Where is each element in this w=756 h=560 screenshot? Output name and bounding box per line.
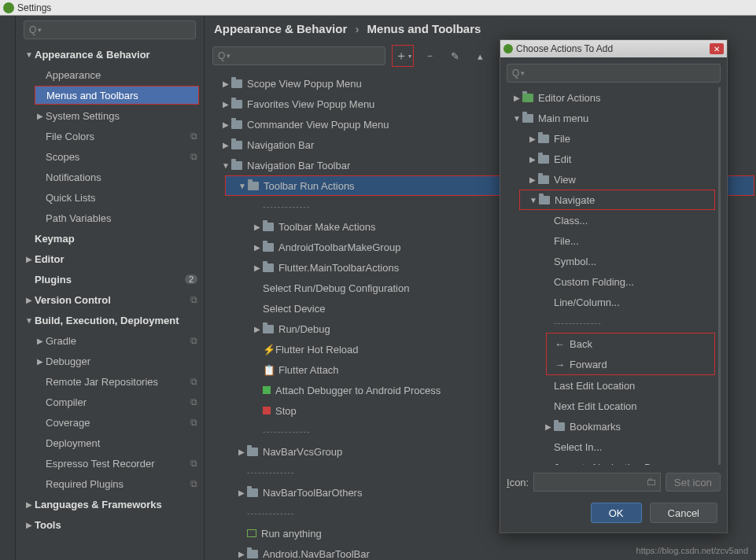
app-icon	[3, 2, 14, 13]
watermark: https://blog.csdn.net/zcv5and	[636, 546, 748, 555]
tree-forward[interactable]: →Forward	[547, 354, 714, 374]
chevron-down-icon: ▼	[511, 114, 522, 123]
copy-icon: ⧉	[190, 478, 197, 489]
edit-button[interactable]: ✎	[445, 46, 464, 65]
tree-required-plugins[interactable]: Required Plugins⧉	[16, 473, 204, 494]
content-search-input[interactable]	[230, 50, 380, 61]
tree-scopes[interactable]: Scopes⧉	[16, 146, 204, 167]
tree-action[interactable]: Last Edit Location	[507, 375, 717, 396]
chevron-down-icon: ▼	[528, 196, 539, 204]
settings-sidebar: Q▾ ▼Appearance & Behavior Appearance Men…	[16, 16, 205, 560]
lightning-icon: ⚡	[263, 344, 275, 356]
tree-action[interactable]: File...	[507, 230, 717, 251]
folder-icon	[231, 100, 242, 109]
tree-debugger[interactable]: ▶Debugger	[16, 351, 204, 371]
tree-path-variables[interactable]: Path Variables	[16, 208, 204, 228]
chevron-right-icon: ▶	[527, 134, 538, 143]
tree-compiler[interactable]: Compiler⧉	[16, 392, 204, 412]
icon-path-input[interactable]	[533, 473, 661, 492]
tree-keymap[interactable]: Keymap	[16, 228, 204, 249]
tree-navigate[interactable]: ▼Navigate	[519, 190, 715, 210]
content-search[interactable]: Q▾	[212, 46, 385, 65]
tree-bookmarks[interactable]: ▶Bookmarks	[507, 416, 717, 437]
chevron-right-icon: ▶	[24, 255, 35, 263]
chevron-down-icon: ▼	[220, 161, 231, 170]
tree-main-menu[interactable]: ▼Main menu	[507, 108, 717, 128]
icon-label: Icon:	[507, 477, 529, 488]
tree-deployment[interactable]: Deployment	[16, 433, 204, 453]
tree-coverage[interactable]: Coverage⧉	[16, 412, 204, 433]
tree-remote-jar[interactable]: Remote Jar Repositories⧉	[16, 371, 204, 392]
sidebar-search-input[interactable]	[42, 24, 190, 35]
tree-espresso[interactable]: Espresso Test Recorder⧉	[16, 453, 204, 473]
tree-editor[interactable]: ▶Editor	[16, 249, 204, 269]
tree-file-colors[interactable]: File Colors⧉	[16, 126, 204, 146]
copy-icon: ⧉	[190, 131, 197, 142]
chevron-right-icon: ▶	[35, 337, 46, 345]
tree-quick-lists[interactable]: Quick Lists	[16, 187, 204, 208]
move-up-button[interactable]: ▴	[470, 46, 489, 65]
arrow-right-icon: →	[555, 359, 565, 370]
actions-tree: ▶Editor Actions ▼Main menu ▶File ▶Edit ▶…	[507, 87, 721, 465]
dialog-titlebar[interactable]: Choose Actions To Add ✕	[500, 40, 727, 57]
sidebar-search[interactable]: Q▾	[24, 20, 196, 39]
breadcrumb-current: Menus and Toolbars	[367, 22, 481, 35]
tree-tools[interactable]: ▶Tools	[16, 514, 204, 535]
app-icon	[503, 44, 513, 53]
stop-icon	[263, 407, 271, 414]
settings-tree: ▼Appearance & Behavior Appearance Menus …	[16, 44, 204, 560]
tree-menus-toolbars[interactable]: Menus and Toolbars	[35, 86, 199, 105]
close-button[interactable]: ✕	[710, 43, 724, 54]
tree-system-settings[interactable]: ▶System Settings	[16, 105, 204, 126]
left-gutter	[0, 16, 16, 560]
tree-version-control[interactable]: ▶Version Control⧉	[16, 289, 204, 310]
dialog-buttons: OK Cancel	[507, 496, 721, 526]
tree-action[interactable]: Next Edit Location	[507, 396, 717, 416]
add-button[interactable]: ＋▾	[392, 45, 414, 67]
tree-build[interactable]: ▼Build, Execution, Deployment	[16, 310, 204, 330]
folder-icon	[522, 94, 533, 102]
folder-icon	[263, 325, 274, 333]
tree-editor-actions[interactable]: ▶Editor Actions	[507, 87, 717, 108]
tree-edit[interactable]: ▶Edit	[507, 149, 717, 169]
folder-icon	[539, 196, 550, 204]
tree-file[interactable]: ▶File	[507, 128, 717, 149]
tree-action[interactable]: Custom Folding...	[507, 271, 717, 292]
chevron-right-icon: ▶	[236, 488, 247, 497]
copy-icon: ⧉	[190, 458, 197, 469]
tree-appearance-behavior[interactable]: ▼Appearance & Behavior	[16, 44, 204, 64]
chevron-right-icon: ▶	[24, 296, 35, 304]
chevron-right-icon: ▶	[35, 357, 46, 366]
set-icon-button[interactable]: Set icon	[666, 473, 721, 492]
search-icon: Q	[512, 68, 519, 79]
plus-icon: ＋	[395, 48, 408, 64]
chevron-right-icon: ▶	[236, 550, 247, 558]
tree-action[interactable]: Jump to Navigation Bar	[507, 457, 717, 465]
tree-plugins[interactable]: Plugins2	[16, 269, 204, 289]
tree-view[interactable]: ▶View	[507, 169, 717, 190]
ok-button[interactable]: OK	[591, 503, 642, 523]
dialog-title: Choose Actions To Add	[516, 43, 613, 54]
cancel-button[interactable]: Cancel	[650, 503, 717, 523]
breadcrumb-parent: Appearance & Behavior	[214, 22, 347, 35]
tree-languages[interactable]: ▶Languages & Frameworks	[16, 494, 204, 514]
remove-button[interactable]: －	[420, 46, 439, 65]
tree-back[interactable]: ←Back	[547, 333, 714, 354]
browse-icon[interactable]: 🗀	[646, 476, 656, 488]
tree-gradle[interactable]: ▶Gradle⧉	[16, 330, 204, 351]
chevron-down-icon: ▾	[408, 53, 411, 60]
tree-action[interactable]: Line/Column...	[507, 292, 717, 312]
folder-icon	[263, 263, 274, 272]
search-icon: Q	[218, 50, 225, 61]
dialog-search[interactable]: Q▾	[507, 64, 721, 83]
tree-appearance[interactable]: Appearance	[16, 64, 204, 85]
tree-action[interactable]: Select In...	[507, 437, 717, 457]
chevron-right-icon: ▶	[220, 79, 231, 88]
tree-action[interactable]: Symbol...	[507, 251, 717, 271]
folder-icon	[231, 120, 242, 129]
folder-icon	[538, 155, 549, 164]
tree-action[interactable]: Class...	[507, 210, 717, 230]
tree-notifications[interactable]: Notifications	[16, 167, 204, 187]
dialog-search-input[interactable]	[525, 68, 715, 79]
chevron-right-icon: ▶	[24, 500, 35, 509]
